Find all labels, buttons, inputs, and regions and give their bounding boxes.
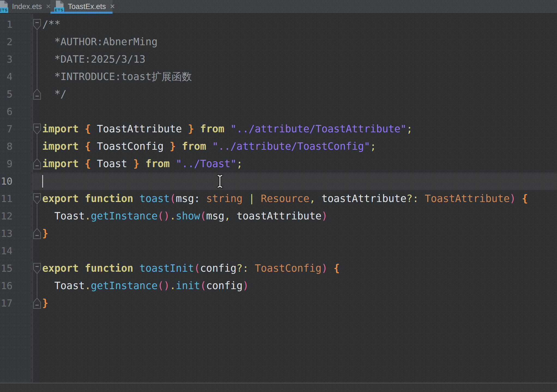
ets-file-icon: ETS xyxy=(54,0,65,13)
code-text: *INTRODUCE:toast扩展函数 xyxy=(42,68,192,85)
line-number: 16 xyxy=(0,277,13,295)
line-number: 14 xyxy=(0,242,13,260)
code-line-8[interactable]: 8import { ToastConfig } from "../attribu… xyxy=(0,138,557,155)
line-number: 5 xyxy=(0,85,13,103)
line-number: 1 xyxy=(0,16,13,33)
code-editor[interactable]: 1/**2 *AUTHOR:AbnerMing3 *DATE:2025/3/13… xyxy=(0,14,557,383)
code-line-5[interactable]: 5 */ xyxy=(0,85,557,103)
ibeam-cursor-icon xyxy=(216,174,223,190)
tab-index-ets[interactable]: ETS Index.ets ✕ xyxy=(0,0,50,13)
fold-end-marker-icon[interactable] xyxy=(33,158,41,170)
text-caret xyxy=(42,175,43,188)
code-text: *DATE:2025/3/13 xyxy=(42,51,146,68)
tab-toastex-ets[interactable]: ETS ToastEx.ets ✕ xyxy=(50,0,113,13)
line-number: 4 xyxy=(0,68,13,85)
code-text: import { Toast } from "../Toast"; xyxy=(42,155,243,173)
line-number: 3 xyxy=(0,51,13,68)
ide-window: ETS Index.ets ✕ ETS ToastEx.ets ✕ 1/**2 … xyxy=(0,0,557,392)
tab-label: ToastEx.ets xyxy=(68,2,106,11)
code-text: export function toast(msg: string | Reso… xyxy=(42,190,528,207)
code-text: Toast.getInstance().init(config) xyxy=(42,277,249,295)
fold-region-line xyxy=(37,135,37,158)
code-line-14[interactable]: 14 xyxy=(0,242,557,260)
line-number: 13 xyxy=(0,225,13,242)
fold-start-marker-icon[interactable] xyxy=(33,263,41,274)
code-line-12[interactable]: 12 Toast.getInstance().show(msg, toastAt… xyxy=(0,207,557,225)
editor-tab-bar: ETS Index.ets ✕ ETS ToastEx.ets ✕ xyxy=(0,0,557,14)
code-line-9[interactable]: 9import { Toast } from "../Toast"; xyxy=(0,155,557,173)
fold-region-line xyxy=(37,204,37,228)
code-line-16[interactable]: 16 Toast.getInstance().init(config) xyxy=(0,277,557,295)
line-number: 2 xyxy=(0,33,13,51)
code-text: */ xyxy=(42,85,66,103)
code-line-13[interactable]: 13} xyxy=(0,225,557,242)
code-line-1[interactable]: 1/** xyxy=(0,16,557,33)
code-line-10[interactable]: 10 xyxy=(0,173,557,190)
code-line-7[interactable]: 7import { ToastAttribute } from "../attr… xyxy=(0,120,557,138)
code-line-4[interactable]: 4 *INTRODUCE:toast扩展函数 xyxy=(0,68,557,85)
fold-start-marker-icon[interactable] xyxy=(33,193,41,204)
line-number: 6 xyxy=(0,103,13,120)
line-number: 11 xyxy=(0,190,13,207)
fold-end-marker-icon[interactable] xyxy=(33,228,41,239)
active-tab-indicator xyxy=(50,12,113,14)
code-line-17[interactable]: 17} xyxy=(0,295,557,312)
line-number: 17 xyxy=(0,295,13,312)
line-number: 9 xyxy=(0,155,13,173)
line-number: 10 xyxy=(0,173,13,190)
line-number: 12 xyxy=(0,207,13,225)
code-text: import { ToastConfig } from "../attribut… xyxy=(42,138,376,155)
code-text: } xyxy=(42,225,48,242)
code-line-3[interactable]: 3 *DATE:2025/3/13 xyxy=(0,51,557,68)
line-number: 15 xyxy=(0,260,13,277)
code-text: /** xyxy=(42,16,60,33)
ets-badge: ETS xyxy=(0,7,8,13)
code-text: *AUTHOR:AbnerMing xyxy=(42,33,158,51)
code-text: Toast.getInstance().show(msg, toastAttri… xyxy=(42,207,328,225)
code-line-15[interactable]: 15export function toastInit(config?: Toa… xyxy=(0,260,557,277)
fold-end-marker-icon[interactable] xyxy=(33,88,41,100)
code-line-6[interactable]: 6 xyxy=(0,103,557,120)
close-tab-icon[interactable]: ✕ xyxy=(109,3,116,10)
code-line-2[interactable]: 2 *AUTHOR:AbnerMing xyxy=(0,33,557,51)
ets-file-icon: ETS xyxy=(0,0,9,13)
fold-start-marker-icon[interactable] xyxy=(33,19,41,30)
status-bar xyxy=(0,383,557,392)
fold-start-marker-icon[interactable] xyxy=(33,123,41,135)
fold-region-line xyxy=(37,274,37,298)
fold-region-line xyxy=(37,30,37,88)
code-text: } xyxy=(42,295,48,312)
fold-end-marker-icon[interactable] xyxy=(33,298,41,309)
line-number: 8 xyxy=(0,138,13,155)
code-text: import { ToastAttribute } from "../attri… xyxy=(42,120,413,138)
code-line-11[interactable]: 11export function toast(msg: string | Re… xyxy=(0,190,557,207)
tab-label: Index.ets xyxy=(12,2,42,11)
code-text: export function toastInit(config?: Toast… xyxy=(42,260,340,277)
line-number: 7 xyxy=(0,120,13,138)
